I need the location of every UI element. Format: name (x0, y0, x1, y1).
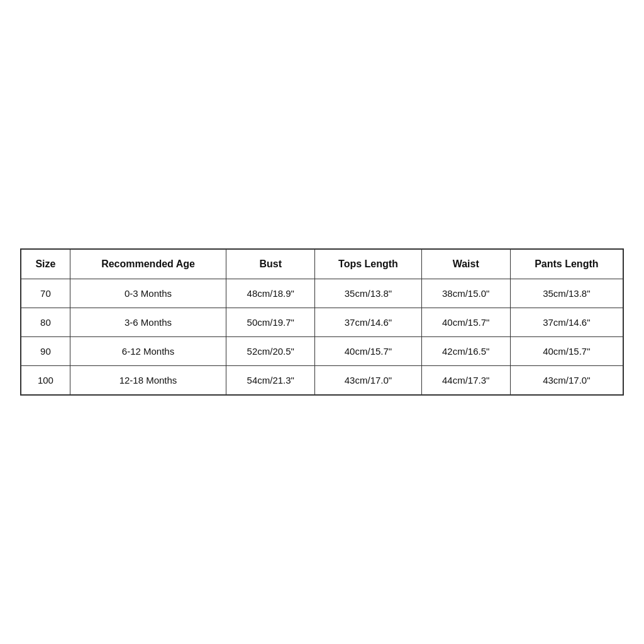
cell-waist: 44cm/17.3" (421, 366, 510, 396)
cell-tops_length: 43cm/17.0" (315, 366, 421, 396)
cell-tops_length: 37cm/14.6" (315, 308, 421, 337)
cell-pants_length: 43cm/17.0" (510, 366, 623, 396)
table-row: 10012-18 Months54cm/21.3"43cm/17.0"44cm/… (21, 366, 623, 396)
cell-size: 70 (21, 279, 70, 308)
cell-waist: 42cm/16.5" (421, 337, 510, 366)
cell-waist: 38cm/15.0" (421, 279, 510, 308)
cell-recommended_age: 12-18 Months (70, 366, 226, 396)
cell-tops_length: 40cm/15.7" (315, 337, 421, 366)
cell-pants_length: 40cm/15.7" (510, 337, 623, 366)
cell-bust: 50cm/19.7" (226, 308, 315, 337)
cell-size: 90 (21, 337, 70, 366)
cell-bust: 48cm/18.9" (226, 279, 315, 308)
table-row: 700-3 Months48cm/18.9"35cm/13.8"38cm/15.… (21, 279, 623, 308)
cell-waist: 40cm/15.7" (421, 308, 510, 337)
cell-recommended_age: 6-12 Months (70, 337, 226, 366)
col-header-size: Size (21, 249, 70, 279)
col-header-recommended-age: Recommended Age (70, 249, 226, 279)
cell-size: 80 (21, 308, 70, 337)
cell-pants_length: 37cm/14.6" (510, 308, 623, 337)
cell-tops_length: 35cm/13.8" (315, 279, 421, 308)
cell-pants_length: 35cm/13.8" (510, 279, 623, 308)
cell-bust: 54cm/21.3" (226, 366, 315, 396)
col-header-pants-length: Pants Length (510, 249, 623, 279)
size-chart-wrapper: Size Recommended Age Bust Tops Length Wa… (20, 248, 624, 396)
table-header-row: Size Recommended Age Bust Tops Length Wa… (21, 249, 623, 279)
col-header-waist: Waist (421, 249, 510, 279)
size-chart-table: Size Recommended Age Bust Tops Length Wa… (20, 248, 624, 396)
cell-recommended_age: 3-6 Months (70, 308, 226, 337)
cell-bust: 52cm/20.5" (226, 337, 315, 366)
cell-size: 100 (21, 366, 70, 396)
table-row: 803-6 Months50cm/19.7"37cm/14.6"40cm/15.… (21, 308, 623, 337)
cell-recommended_age: 0-3 Months (70, 279, 226, 308)
table-row: 906-12 Months52cm/20.5"40cm/15.7"42cm/16… (21, 337, 623, 366)
col-header-bust: Bust (226, 249, 315, 279)
col-header-tops-length: Tops Length (315, 249, 421, 279)
